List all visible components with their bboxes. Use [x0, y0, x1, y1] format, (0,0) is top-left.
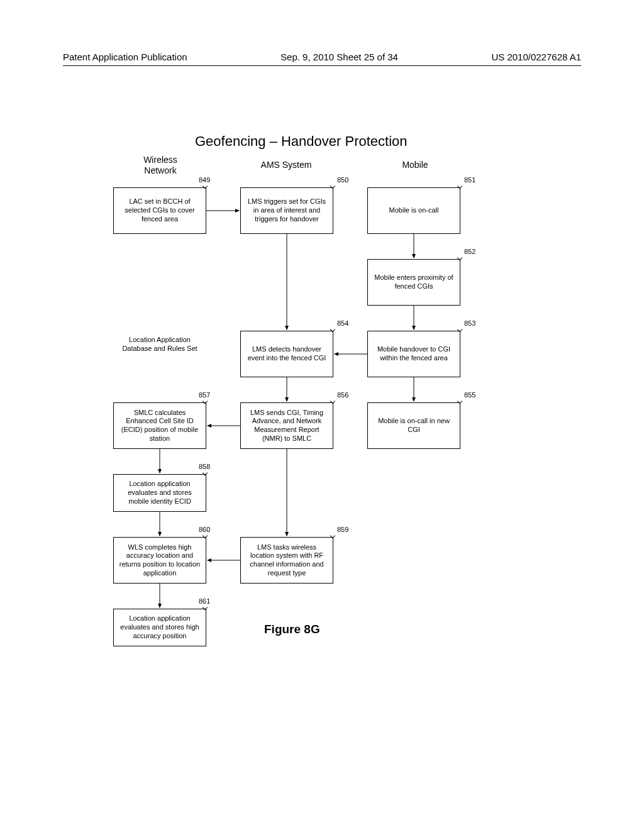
box-858: Location application evaluates and store… — [113, 474, 206, 512]
ref-854: 854 — [337, 319, 348, 327]
box-854-text: LMS detects handover event into the fenc… — [245, 345, 329, 363]
box-854: LMS detects handover event into the fenc… — [240, 331, 333, 377]
box-861-text: Location application evaluates and store… — [118, 614, 202, 640]
box-852-text: Mobile enters proximity of fenced CGIs — [372, 274, 456, 291]
box-858-text: Location application evaluates and store… — [118, 480, 202, 506]
box-849: LAC set in BCCH of selected CGIs to cove… — [113, 187, 206, 234]
col-mobile: Mobile — [396, 160, 434, 170]
ref-855: 855 — [464, 391, 475, 399]
box-850-text: LMS triggers set for CGIs in area of int… — [245, 197, 329, 223]
ref-861: 861 — [199, 597, 210, 605]
ref-856: 856 — [337, 391, 348, 399]
col-ams: AMS System — [255, 160, 318, 170]
ref-851: 851 — [464, 176, 475, 184]
box-861: Location application evaluates and store… — [113, 609, 206, 646]
ref-859: 859 — [337, 526, 348, 533]
box-849-text: LAC set in BCCH of selected CGIs to cove… — [118, 197, 202, 223]
box-859: LMS tasks wireless location system with … — [240, 537, 333, 584]
ref-852: 852 — [464, 248, 475, 255]
box-851: Mobile is on-call — [367, 187, 460, 234]
col-wireless: Wireless Network — [132, 155, 189, 176]
ref-857: 857 — [199, 391, 210, 399]
page-header: Patent Application Publication Sep. 9, 2… — [63, 52, 581, 62]
header-right: US 2010/0227628 A1 — [491, 52, 581, 62]
ref-849: 849 — [199, 176, 210, 184]
box-locapp-text: Location Application Database and Rules … — [117, 336, 203, 353]
figure-label: Figure 8G — [264, 622, 320, 636]
ref-850: 850 — [337, 176, 348, 184]
box-853-text: Mobile handover to CGI within the fenced… — [372, 345, 456, 363]
ref-853: 853 — [464, 319, 475, 327]
box-859-text: LMS tasks wireless location system with … — [245, 543, 329, 578]
box-855-text: Mobile is on-call in new CGI — [372, 417, 456, 434]
box-860: WLS completes high accuracy location and… — [113, 537, 206, 584]
header-left: Patent Application Publication — [63, 52, 187, 62]
box-851-text: Mobile is on-call — [389, 206, 439, 215]
ref-860: 860 — [199, 526, 210, 533]
header-rule — [63, 65, 581, 66]
box-857-text: SMLC calculates Enhanced Cell Site ID (E… — [118, 409, 202, 443]
box-850: LMS triggers set for CGIs in area of int… — [240, 187, 333, 234]
box-855: Mobile is on-call in new CGI — [367, 402, 460, 449]
box-853: Mobile handover to CGI within the fenced… — [367, 331, 460, 377]
diagram-title: Geofencing – Handover Protection — [195, 133, 408, 150]
box-860-text: WLS completes high accuracy location and… — [118, 543, 202, 578]
box-852: Mobile enters proximity of fenced CGIs — [367, 259, 460, 306]
header-center: Sep. 9, 2010 Sheet 25 of 34 — [280, 52, 398, 62]
box-856-text: LMS sends CGI, Timing Advance, and Netwo… — [245, 409, 329, 443]
box-857: SMLC calculates Enhanced Cell Site ID (E… — [113, 402, 206, 449]
box-856: LMS sends CGI, Timing Advance, and Netwo… — [240, 402, 333, 449]
box-locapp: Location Application Database and Rules … — [113, 326, 206, 363]
ref-858: 858 — [199, 463, 210, 470]
